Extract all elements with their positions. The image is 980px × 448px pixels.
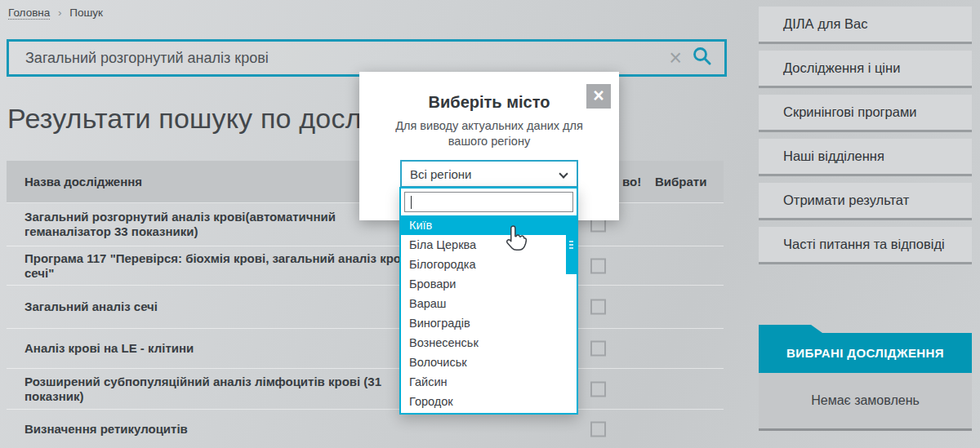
selected-tests-empty-text: Немає замовлень: [759, 373, 972, 431]
table-row[interactable]: Загальний аналіз сечі: [7, 286, 724, 329]
breadcrumb-home-link[interactable]: Головна: [8, 7, 50, 20]
sidebar-item-get-result[interactable]: Отримати результат: [759, 183, 972, 220]
sidebar-item-our-branches[interactable]: Наші відділення: [759, 139, 972, 176]
city-option[interactable]: Бровари: [401, 274, 577, 294]
test-name-link[interactable]: Аналіз крові на LE - клітини: [7, 341, 194, 356]
chevron-down-icon: [559, 169, 568, 178]
city-option[interactable]: Волочиськ: [401, 353, 577, 372]
city-option[interactable]: Вараш: [401, 294, 577, 313]
scrollbar-thumb[interactable]: [566, 215, 577, 274]
table-row[interactable]: Розширений субпопуляційний аналіз лімфоц…: [7, 369, 724, 410]
text-caret: [411, 196, 412, 209]
city-option[interactable]: Гайсин: [401, 372, 577, 392]
test-name-link[interactable]: Розширений субпопуляційний аналіз лімфоц…: [7, 375, 381, 404]
test-name-link[interactable]: Загальний розгорнутий аналіз крові(автом…: [7, 210, 336, 239]
sidebar-item-dila-for-you[interactable]: ДІЛА для Вас: [759, 7, 972, 44]
clear-search-icon[interactable]: ×: [669, 47, 682, 69]
city-option-kyiv[interactable]: Київ: [401, 215, 577, 235]
breadcrumb-current: Пошук: [69, 7, 103, 19]
city-option[interactable]: Біла Церква: [401, 235, 577, 255]
column-header-select: Вибрати: [655, 175, 706, 189]
selected-tests-panel: ВИБРАНІ ДОСЛІДЖЕННЯ Немає замовлень: [759, 325, 972, 431]
test-name-link[interactable]: Загальний аналіз сечі: [7, 299, 158, 314]
region-select-value: Всі регіони: [410, 167, 472, 181]
city-option[interactable]: Городок: [401, 392, 577, 411]
city-option[interactable]: Вознесенськ: [401, 333, 577, 353]
sidebar-item-screening-programs[interactable]: Скринінгові програми: [759, 95, 972, 132]
city-list-scrollbar[interactable]: [566, 215, 577, 413]
test-name-link[interactable]: Програма 117 "Перевірся: біохмія крові, …: [7, 251, 428, 281]
column-header-partial: во!: [622, 175, 641, 189]
city-options: Київ Біла Церква Білогородка Бровари Вар…: [401, 215, 577, 413]
close-icon[interactable]: ×: [586, 84, 611, 109]
breadcrumb: Головна › Пошук: [8, 7, 103, 19]
modal-subtitle: Для виводу актуальних даних для вашого р…: [378, 118, 600, 149]
table-row[interactable]: Визначення ретикулоцитів: [7, 410, 724, 448]
sidebar-item-tests-and-prices[interactable]: Дослідження і ціни: [759, 51, 972, 88]
test-name-link[interactable]: Визначення ретикулоцитів: [7, 422, 188, 437]
select-test-checkbox[interactable]: [590, 381, 606, 397]
sidebar-item-faq[interactable]: Часті питання та відповіді: [759, 227, 972, 264]
city-filter-input[interactable]: [404, 192, 573, 212]
search-input[interactable]: [9, 42, 724, 74]
search-icon[interactable]: [692, 46, 713, 70]
modal-title: Виберіть місто: [359, 93, 619, 112]
column-header-name: Назва дослідження: [7, 175, 142, 189]
table-row[interactable]: Програма 117 "Перевірся: біохмія крові, …: [7, 246, 724, 286]
city-option[interactable]: Білогородка: [401, 255, 577, 274]
select-test-checkbox[interactable]: [590, 421, 606, 437]
select-test-checkbox[interactable]: [590, 258, 606, 273]
folder-tab-shape: [759, 325, 822, 333]
sidebar-menu: ДІЛА для Вас Дослідження і ціни Скринінг…: [759, 7, 972, 271]
breadcrumb-separator: ›: [58, 7, 62, 19]
city-dropdown-list: Київ Біла Церква Білогородка Бровари Вар…: [399, 187, 578, 415]
select-test-checkbox[interactable]: [590, 299, 606, 315]
region-select[interactable]: Всі регіони: [400, 160, 578, 188]
city-option[interactable]: Виноградів: [401, 313, 577, 333]
selected-tests-header[interactable]: ВИБРАНІ ДОСЛІДЖЕННЯ: [759, 333, 972, 373]
select-test-checkbox[interactable]: [590, 341, 606, 357]
table-row[interactable]: Аналіз крові на LE - клітини: [7, 329, 724, 369]
